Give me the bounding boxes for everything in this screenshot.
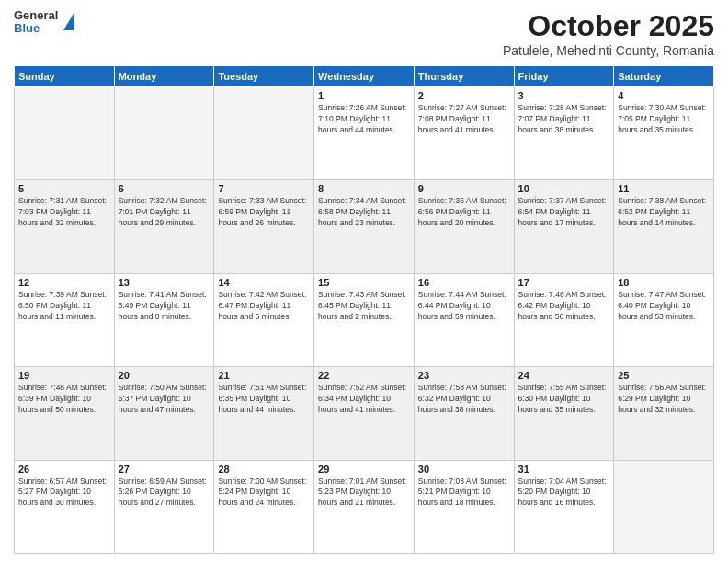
day-info: Sunrise: 7:37 AM Sunset: 6:54 PM Dayligh… [518, 196, 610, 229]
day-info: Sunrise: 7:51 AM Sunset: 6:35 PM Dayligh… [218, 383, 310, 416]
day-info: Sunrise: 7:46 AM Sunset: 6:42 PM Dayligh… [518, 290, 610, 323]
table-row: 30Sunrise: 7:03 AM Sunset: 5:21 PM Dayli… [414, 460, 514, 553]
table-row [614, 460, 714, 553]
table-row: 9Sunrise: 7:36 AM Sunset: 6:56 PM Daylig… [414, 180, 514, 273]
logo-text: General Blue [14, 9, 58, 36]
table-row: 7Sunrise: 7:33 AM Sunset: 6:59 PM Daylig… [214, 180, 314, 273]
page: General Blue October 2025 Patulele, Mehe… [0, 0, 728, 563]
calendar-week-row: 1Sunrise: 7:26 AM Sunset: 7:10 PM Daylig… [15, 87, 714, 180]
table-row: 12Sunrise: 7:39 AM Sunset: 6:50 PM Dayli… [15, 273, 115, 366]
day-number: 28 [218, 464, 310, 475]
header: General Blue October 2025 Patulele, Mehe… [14, 9, 714, 58]
day-info: Sunrise: 7:03 AM Sunset: 5:21 PM Dayligh… [418, 477, 510, 510]
logo-blue: Blue [14, 22, 58, 35]
day-info: Sunrise: 7:44 AM Sunset: 6:44 PM Dayligh… [418, 290, 510, 323]
day-number: 26 [18, 464, 110, 475]
day-info: Sunrise: 7:01 AM Sunset: 5:23 PM Dayligh… [318, 477, 410, 510]
day-number: 15 [318, 277, 410, 288]
table-row: 14Sunrise: 7:42 AM Sunset: 6:47 PM Dayli… [214, 273, 314, 366]
table-row: 31Sunrise: 7:04 AM Sunset: 5:20 PM Dayli… [514, 460, 614, 553]
table-row: 21Sunrise: 7:51 AM Sunset: 6:35 PM Dayli… [214, 367, 314, 460]
day-info: Sunrise: 7:43 AM Sunset: 6:45 PM Dayligh… [318, 290, 410, 323]
table-row: 27Sunrise: 6:59 AM Sunset: 5:26 PM Dayli… [114, 460, 214, 553]
day-number: 8 [318, 183, 410, 194]
day-info: Sunrise: 7:00 AM Sunset: 5:24 PM Dayligh… [218, 477, 310, 510]
table-row: 23Sunrise: 7:53 AM Sunset: 6:32 PM Dayli… [414, 367, 514, 460]
day-number: 24 [518, 370, 610, 381]
day-number: 5 [18, 183, 110, 194]
day-number: 18 [618, 277, 710, 288]
table-row: 19Sunrise: 7:48 AM Sunset: 6:39 PM Dayli… [15, 367, 115, 460]
col-friday: Friday [514, 66, 614, 87]
table-row: 26Sunrise: 6:57 AM Sunset: 5:27 PM Dayli… [15, 460, 115, 553]
logo-general: General [14, 9, 58, 22]
logo-triangle-icon [63, 12, 74, 30]
day-number: 29 [318, 464, 410, 475]
calendar-week-row: 5Sunrise: 7:31 AM Sunset: 7:03 PM Daylig… [15, 180, 714, 273]
day-number: 1 [318, 90, 410, 101]
day-info: Sunrise: 7:47 AM Sunset: 6:40 PM Dayligh… [618, 290, 710, 323]
table-row: 8Sunrise: 7:34 AM Sunset: 6:58 PM Daylig… [314, 180, 415, 273]
table-row: 2Sunrise: 7:27 AM Sunset: 7:08 PM Daylig… [414, 87, 514, 180]
day-info: Sunrise: 6:57 AM Sunset: 5:27 PM Dayligh… [18, 477, 110, 510]
logo: General Blue [14, 9, 74, 36]
table-row: 5Sunrise: 7:31 AM Sunset: 7:03 PM Daylig… [15, 180, 115, 273]
col-saturday: Saturday [614, 66, 714, 87]
day-info: Sunrise: 7:32 AM Sunset: 7:01 PM Dayligh… [119, 196, 210, 229]
col-wednesday: Wednesday [314, 66, 415, 87]
day-info: Sunrise: 7:34 AM Sunset: 6:58 PM Dayligh… [318, 196, 410, 229]
day-info: Sunrise: 7:52 AM Sunset: 6:34 PM Dayligh… [318, 383, 410, 416]
title-section: October 2025 Patulele, Mehedinti County,… [503, 9, 714, 58]
day-number: 31 [518, 464, 610, 475]
day-number: 10 [518, 183, 610, 194]
day-info: Sunrise: 7:56 AM Sunset: 6:29 PM Dayligh… [618, 383, 710, 416]
table-row: 28Sunrise: 7:00 AM Sunset: 5:24 PM Dayli… [214, 460, 314, 553]
day-info: Sunrise: 7:04 AM Sunset: 5:20 PM Dayligh… [518, 477, 610, 510]
table-row [114, 87, 214, 180]
calendar-week-row: 19Sunrise: 7:48 AM Sunset: 6:39 PM Dayli… [15, 367, 714, 460]
table-row: 25Sunrise: 7:56 AM Sunset: 6:29 PM Dayli… [614, 367, 714, 460]
day-info: Sunrise: 7:39 AM Sunset: 6:50 PM Dayligh… [18, 290, 110, 323]
day-info: Sunrise: 7:55 AM Sunset: 6:30 PM Dayligh… [518, 383, 610, 416]
location: Patulele, Mehedinti County, Romania [503, 43, 714, 58]
day-number: 11 [618, 183, 710, 194]
calendar-header-row: Sunday Monday Tuesday Wednesday Thursday… [15, 66, 714, 87]
day-info: Sunrise: 7:28 AM Sunset: 7:07 PM Dayligh… [518, 103, 610, 136]
calendar-week-row: 26Sunrise: 6:57 AM Sunset: 5:27 PM Dayli… [15, 460, 714, 553]
day-info: Sunrise: 7:41 AM Sunset: 6:49 PM Dayligh… [119, 290, 210, 323]
col-monday: Monday [114, 66, 214, 87]
day-info: Sunrise: 7:31 AM Sunset: 7:03 PM Dayligh… [18, 196, 110, 229]
day-info: Sunrise: 7:27 AM Sunset: 7:08 PM Dayligh… [418, 103, 510, 136]
day-info: Sunrise: 7:33 AM Sunset: 6:59 PM Dayligh… [218, 196, 310, 229]
day-info: Sunrise: 6:59 AM Sunset: 5:26 PM Dayligh… [119, 477, 210, 510]
month-title: October 2025 [503, 9, 714, 43]
day-number: 23 [418, 370, 510, 381]
table-row: 10Sunrise: 7:37 AM Sunset: 6:54 PM Dayli… [514, 180, 614, 273]
day-number: 6 [119, 183, 210, 194]
table-row: 6Sunrise: 7:32 AM Sunset: 7:01 PM Daylig… [114, 180, 214, 273]
day-number: 3 [518, 90, 610, 101]
day-info: Sunrise: 7:36 AM Sunset: 6:56 PM Dayligh… [418, 196, 510, 229]
day-number: 7 [218, 183, 310, 194]
table-row: 11Sunrise: 7:38 AM Sunset: 6:52 PM Dayli… [614, 180, 714, 273]
table-row: 1Sunrise: 7:26 AM Sunset: 7:10 PM Daylig… [314, 87, 415, 180]
day-number: 27 [119, 464, 210, 475]
table-row: 4Sunrise: 7:30 AM Sunset: 7:05 PM Daylig… [614, 87, 714, 180]
day-number: 16 [418, 277, 510, 288]
day-info: Sunrise: 7:48 AM Sunset: 6:39 PM Dayligh… [18, 383, 110, 416]
col-thursday: Thursday [414, 66, 514, 87]
day-info: Sunrise: 7:42 AM Sunset: 6:47 PM Dayligh… [218, 290, 310, 323]
table-row: 15Sunrise: 7:43 AM Sunset: 6:45 PM Dayli… [314, 273, 415, 366]
table-row: 3Sunrise: 7:28 AM Sunset: 7:07 PM Daylig… [514, 87, 614, 180]
day-number: 30 [418, 464, 510, 475]
table-row: 22Sunrise: 7:52 AM Sunset: 6:34 PM Dayli… [314, 367, 415, 460]
calendar: Sunday Monday Tuesday Wednesday Thursday… [14, 65, 714, 554]
col-tuesday: Tuesday [214, 66, 314, 87]
table-row [15, 87, 115, 180]
day-info: Sunrise: 7:38 AM Sunset: 6:52 PM Dayligh… [618, 196, 710, 229]
day-number: 13 [119, 277, 210, 288]
table-row: 16Sunrise: 7:44 AM Sunset: 6:44 PM Dayli… [414, 273, 514, 366]
col-sunday: Sunday [15, 66, 115, 87]
table-row: 29Sunrise: 7:01 AM Sunset: 5:23 PM Dayli… [314, 460, 415, 553]
day-info: Sunrise: 7:30 AM Sunset: 7:05 PM Dayligh… [618, 103, 710, 136]
